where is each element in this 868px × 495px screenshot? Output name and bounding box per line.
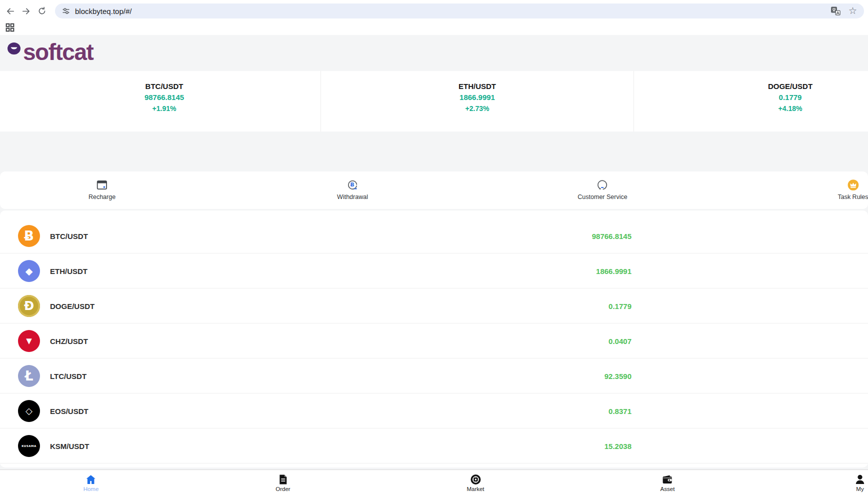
market-pair: EOS/USDT bbox=[50, 406, 88, 415]
nav-label: Asset bbox=[660, 486, 675, 492]
market-price: 0.8371 bbox=[608, 406, 632, 415]
market-price: 0.0407 bbox=[608, 336, 632, 345]
ticker-change: +2.73% bbox=[321, 104, 634, 112]
eth-icon: ◆ bbox=[18, 260, 40, 282]
market-icon bbox=[470, 474, 482, 486]
market-row[interactable]: ▼ CHZ/USDT 0.0407 bbox=[0, 324, 868, 358]
market-price: 1866.9991 bbox=[596, 266, 632, 275]
market-row[interactable]: Ƀ BTC/USDT 98766.8145 bbox=[0, 218, 868, 254]
ticker-price: 98766.8145 bbox=[8, 93, 320, 102]
bookmarks-bar bbox=[0, 22, 868, 35]
nav-item[interactable]: Order bbox=[276, 474, 290, 492]
nav-item[interactable]: Market bbox=[466, 474, 484, 492]
ticker-item[interactable]: BTC/USDT 98766.8145 +1.91% bbox=[8, 71, 321, 132]
ksm-icon: KUSAMA bbox=[18, 435, 40, 457]
quick-action-label: Customer Service bbox=[578, 194, 627, 200]
market-price: 15.2038 bbox=[604, 442, 632, 450]
browser-toolbar: blockbyteq.top/#/ ☆ bbox=[0, 0, 868, 22]
nav-item[interactable]: Home bbox=[84, 474, 99, 492]
ticker-change: +4.18% bbox=[634, 104, 868, 112]
reload-icon[interactable] bbox=[36, 5, 48, 17]
market-pair: LTC/USDT bbox=[50, 372, 86, 380]
market-price: 0.1779 bbox=[608, 302, 632, 310]
coin-symbol: ▼ bbox=[26, 336, 32, 346]
order-icon bbox=[277, 474, 289, 486]
browser-window: blockbyteq.top/#/ ☆ softcat BTC/USDT 987 bbox=[0, 0, 868, 495]
quick-action-label: Withdrawal bbox=[337, 194, 368, 200]
market-pair: KSM/USDT bbox=[50, 442, 89, 450]
quick-action[interactable]: Customer Service bbox=[578, 178, 627, 200]
ltc-icon: Ł bbox=[18, 365, 40, 387]
market-row[interactable]: KUSAMA KSM/USDT 15.2038 bbox=[0, 428, 868, 464]
market-price: 98766.8145 bbox=[592, 232, 632, 240]
bottom-nav: Home Order Market Asset My bbox=[0, 470, 868, 495]
quick-action[interactable]: Recharge bbox=[88, 178, 116, 200]
eos-icon: ◇ bbox=[18, 400, 40, 422]
home-icon bbox=[85, 474, 97, 486]
site-info-icon[interactable] bbox=[62, 7, 70, 15]
task-rules-icon bbox=[846, 178, 860, 192]
ticker-price: 0.1779 bbox=[634, 93, 868, 102]
market-pair: DOGE/USDT bbox=[50, 302, 94, 310]
chz-icon: ▼ bbox=[18, 330, 40, 352]
url-text[interactable]: blockbyteq.top/#/ bbox=[75, 7, 830, 16]
market-row[interactable]: Ð DOGE/USDT 0.1779 bbox=[0, 288, 868, 324]
url-bar[interactable]: blockbyteq.top/#/ ☆ bbox=[55, 4, 864, 18]
nav-label: Home bbox=[84, 486, 99, 492]
market-price: 92.3590 bbox=[604, 372, 632, 380]
market-pair: BTC/USDT bbox=[50, 232, 88, 240]
withdrawal-icon: Ƀ bbox=[346, 178, 359, 192]
market-list: Ƀ BTC/USDT 98766.8145 ◆ ETH/USDT 1866.99… bbox=[0, 210, 868, 468]
svg-text:Ƀ: Ƀ bbox=[350, 182, 354, 188]
site-logo: softcat bbox=[7, 39, 93, 65]
quick-action[interactable]: Task Rules bbox=[838, 178, 868, 200]
coin-symbol: ◆ bbox=[26, 266, 33, 276]
ticker-price: 1866.9991 bbox=[321, 93, 634, 102]
forward-icon[interactable] bbox=[20, 5, 32, 17]
cat-logo-icon bbox=[7, 42, 22, 58]
market-pair: ETH/USDT bbox=[50, 266, 88, 275]
customer-service-icon bbox=[596, 178, 609, 192]
coin-symbol: KUSAMA bbox=[22, 444, 36, 448]
apps-grid-icon[interactable] bbox=[6, 23, 14, 32]
market-row[interactable]: ◇ EOS/USDT 0.8371 bbox=[0, 394, 868, 428]
nav-item[interactable]: Asset bbox=[660, 474, 675, 492]
bookmark-star-icon[interactable]: ☆ bbox=[848, 6, 857, 16]
ticker-item[interactable]: DOGE/USDT 0.1779 +4.18% bbox=[634, 71, 868, 132]
ticker-item[interactable]: ETH/USDT 1866.9991 +2.73% bbox=[321, 71, 634, 132]
market-pair: CHZ/USDT bbox=[50, 336, 88, 345]
quick-action[interactable]: Ƀ Withdrawal bbox=[337, 178, 368, 200]
doge-icon: Ð bbox=[18, 295, 40, 317]
nav-item[interactable]: My bbox=[854, 474, 866, 492]
ticker-panel: BTC/USDT 98766.8145 +1.91% ETH/USDT 1866… bbox=[0, 71, 868, 132]
coin-symbol: Ł bbox=[25, 368, 34, 384]
coin-symbol: Ð bbox=[24, 299, 34, 313]
ticker-pair: BTC/USDT bbox=[8, 82, 320, 90]
market-row[interactable]: Ł LTC/USDT 92.3590 bbox=[0, 358, 868, 394]
coin-symbol: Ƀ bbox=[24, 228, 34, 244]
logo-text: softcat bbox=[23, 39, 93, 65]
quick-action-label: Recharge bbox=[88, 194, 116, 200]
recharge-icon bbox=[96, 178, 108, 192]
ticker-pair: ETH/USDT bbox=[321, 82, 634, 90]
btc-icon: Ƀ bbox=[18, 225, 40, 247]
coin-symbol: ◇ bbox=[26, 406, 32, 416]
quick-action-label: Task Rules bbox=[838, 194, 868, 200]
ticker-change: +1.91% bbox=[8, 104, 320, 112]
market-row[interactable]: ◆ ETH/USDT 1866.9991 bbox=[0, 254, 868, 288]
translate-icon[interactable] bbox=[830, 6, 840, 16]
my-icon bbox=[854, 474, 866, 486]
nav-label: My bbox=[856, 486, 864, 492]
back-icon[interactable] bbox=[4, 5, 16, 17]
nav-label: Order bbox=[276, 486, 290, 492]
nav-label: Market bbox=[466, 486, 484, 492]
ticker-pair: DOGE/USDT bbox=[634, 82, 868, 90]
page-content: softcat BTC/USDT 98766.8145 +1.91% ETH/U… bbox=[0, 35, 868, 495]
quick-actions-panel: Recharge Ƀ Withdrawal Customer Service T… bbox=[0, 172, 868, 209]
asset-icon bbox=[662, 474, 674, 486]
